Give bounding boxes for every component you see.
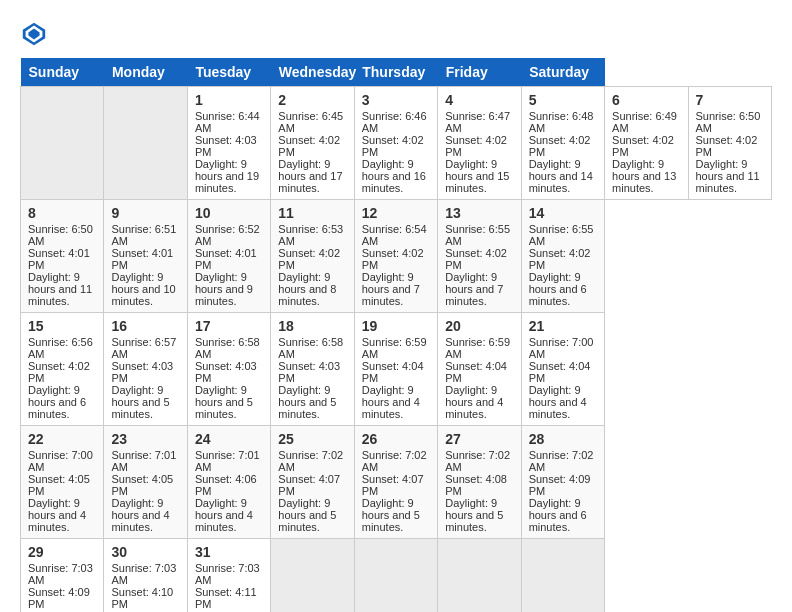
weekday-header: Friday <box>438 58 521 87</box>
day-number: 29 <box>28 544 96 560</box>
calendar-cell-empty <box>104 87 187 200</box>
day-number: 9 <box>111 205 179 221</box>
weekday-header: Wednesday <box>271 58 354 87</box>
calendar-cell: 6Sunrise: 6:49 AMSunset: 4:02 PMDaylight… <box>605 87 688 200</box>
weekday-header-row: SundayMondayTuesdayWednesdayThursdayFrid… <box>21 58 772 87</box>
day-number: 3 <box>362 92 430 108</box>
day-number: 18 <box>278 318 346 334</box>
day-number: 17 <box>195 318 263 334</box>
calendar-cell: 20Sunrise: 6:59 AMSunset: 4:04 PMDayligh… <box>438 313 521 426</box>
calendar-cell: 28Sunrise: 7:02 AMSunset: 4:09 PMDayligh… <box>521 426 604 539</box>
day-number: 15 <box>28 318 96 334</box>
weekday-header: Monday <box>104 58 187 87</box>
day-number: 30 <box>111 544 179 560</box>
calendar-cell: 3Sunrise: 6:46 AMSunset: 4:02 PMDaylight… <box>354 87 437 200</box>
calendar-week-row: 15Sunrise: 6:56 AMSunset: 4:02 PMDayligh… <box>21 313 772 426</box>
calendar-cell: 13Sunrise: 6:55 AMSunset: 4:02 PMDayligh… <box>438 200 521 313</box>
day-number: 1 <box>195 92 263 108</box>
page-header <box>20 20 772 48</box>
calendar-cell: 7Sunrise: 6:50 AMSunset: 4:02 PMDaylight… <box>688 87 772 200</box>
calendar-cell: 12Sunrise: 6:54 AMSunset: 4:02 PMDayligh… <box>354 200 437 313</box>
day-number: 22 <box>28 431 96 447</box>
day-number: 19 <box>362 318 430 334</box>
calendar-cell: 24Sunrise: 7:01 AMSunset: 4:06 PMDayligh… <box>187 426 270 539</box>
day-number: 10 <box>195 205 263 221</box>
day-number: 11 <box>278 205 346 221</box>
calendar-cell: 1Sunrise: 6:44 AMSunset: 4:03 PMDaylight… <box>187 87 270 200</box>
calendar-table: SundayMondayTuesdayWednesdayThursdayFrid… <box>20 58 772 612</box>
day-number: 27 <box>445 431 513 447</box>
weekday-header: Tuesday <box>187 58 270 87</box>
calendar-cell: 26Sunrise: 7:02 AMSunset: 4:07 PMDayligh… <box>354 426 437 539</box>
calendar-cell-empty <box>21 87 104 200</box>
calendar-cell: 8Sunrise: 6:50 AMSunset: 4:01 PMDaylight… <box>21 200 104 313</box>
day-number: 13 <box>445 205 513 221</box>
logo <box>20 20 52 48</box>
calendar-cell: 10Sunrise: 6:52 AMSunset: 4:01 PMDayligh… <box>187 200 270 313</box>
calendar-cell: 9Sunrise: 6:51 AMSunset: 4:01 PMDaylight… <box>104 200 187 313</box>
day-number: 2 <box>278 92 346 108</box>
day-number: 23 <box>111 431 179 447</box>
day-number: 4 <box>445 92 513 108</box>
calendar-cell: 14Sunrise: 6:55 AMSunset: 4:02 PMDayligh… <box>521 200 604 313</box>
calendar-cell: 11Sunrise: 6:53 AMSunset: 4:02 PMDayligh… <box>271 200 354 313</box>
calendar-cell <box>271 539 354 613</box>
calendar-cell: 30Sunrise: 7:03 AMSunset: 4:10 PMDayligh… <box>104 539 187 613</box>
calendar-cell: 4Sunrise: 6:47 AMSunset: 4:02 PMDaylight… <box>438 87 521 200</box>
calendar-cell <box>521 539 604 613</box>
calendar-week-row: 1Sunrise: 6:44 AMSunset: 4:03 PMDaylight… <box>21 87 772 200</box>
day-number: 7 <box>696 92 765 108</box>
calendar-week-row: 8Sunrise: 6:50 AMSunset: 4:01 PMDaylight… <box>21 200 772 313</box>
calendar-cell: 27Sunrise: 7:02 AMSunset: 4:08 PMDayligh… <box>438 426 521 539</box>
calendar-cell: 15Sunrise: 6:56 AMSunset: 4:02 PMDayligh… <box>21 313 104 426</box>
day-number: 21 <box>529 318 597 334</box>
day-number: 31 <box>195 544 263 560</box>
calendar-cell: 25Sunrise: 7:02 AMSunset: 4:07 PMDayligh… <box>271 426 354 539</box>
day-number: 12 <box>362 205 430 221</box>
calendar-cell: 18Sunrise: 6:58 AMSunset: 4:03 PMDayligh… <box>271 313 354 426</box>
day-number: 28 <box>529 431 597 447</box>
calendar-week-row: 22Sunrise: 7:00 AMSunset: 4:05 PMDayligh… <box>21 426 772 539</box>
day-number: 6 <box>612 92 680 108</box>
day-number: 14 <box>529 205 597 221</box>
weekday-header: Sunday <box>21 58 104 87</box>
calendar-cell: 29Sunrise: 7:03 AMSunset: 4:09 PMDayligh… <box>21 539 104 613</box>
logo-icon <box>20 20 48 48</box>
day-number: 16 <box>111 318 179 334</box>
weekday-header: Thursday <box>354 58 437 87</box>
day-number: 5 <box>529 92 597 108</box>
calendar-week-row: 29Sunrise: 7:03 AMSunset: 4:09 PMDayligh… <box>21 539 772 613</box>
day-number: 20 <box>445 318 513 334</box>
day-number: 8 <box>28 205 96 221</box>
calendar-cell: 16Sunrise: 6:57 AMSunset: 4:03 PMDayligh… <box>104 313 187 426</box>
calendar-cell: 22Sunrise: 7:00 AMSunset: 4:05 PMDayligh… <box>21 426 104 539</box>
calendar-cell: 19Sunrise: 6:59 AMSunset: 4:04 PMDayligh… <box>354 313 437 426</box>
calendar-cell: 21Sunrise: 7:00 AMSunset: 4:04 PMDayligh… <box>521 313 604 426</box>
calendar-cell <box>354 539 437 613</box>
calendar-cell: 31Sunrise: 7:03 AMSunset: 4:11 PMDayligh… <box>187 539 270 613</box>
calendar-cell: 17Sunrise: 6:58 AMSunset: 4:03 PMDayligh… <box>187 313 270 426</box>
day-number: 26 <box>362 431 430 447</box>
weekday-header: Saturday <box>521 58 604 87</box>
calendar-cell: 23Sunrise: 7:01 AMSunset: 4:05 PMDayligh… <box>104 426 187 539</box>
day-number: 24 <box>195 431 263 447</box>
calendar-cell <box>438 539 521 613</box>
calendar-cell: 2Sunrise: 6:45 AMSunset: 4:02 PMDaylight… <box>271 87 354 200</box>
day-number: 25 <box>278 431 346 447</box>
calendar-cell: 5Sunrise: 6:48 AMSunset: 4:02 PMDaylight… <box>521 87 604 200</box>
